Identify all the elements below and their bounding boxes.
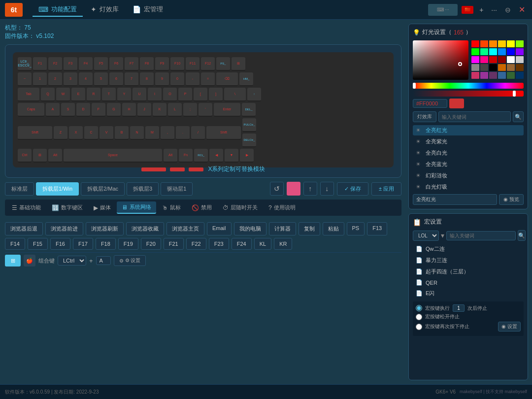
macro-item-start[interactable]: 📄 起手四连（三层）: [413, 266, 524, 277]
system-btn-3[interactable]: 浏览器收藏: [126, 222, 164, 235]
download-btn[interactable]: ↓: [320, 182, 334, 196]
system-btn-21[interactable]: F23: [209, 238, 229, 250]
key-period[interactable]: .: [176, 126, 190, 140]
key-rbracket[interactable]: ]: [209, 88, 223, 101]
key-pd[interactable]: DELCtr_: [242, 133, 256, 147]
key-g[interactable]: G: [107, 103, 121, 117]
key-side-del[interactable]: DEL_: [242, 103, 256, 117]
func-tab-disable[interactable]: 🚫 禁用: [187, 201, 217, 214]
system-btn-24[interactable]: KR: [274, 238, 292, 250]
key-n[interactable]: N: [130, 126, 144, 140]
key-lctrl[interactable]: Ctrl: [18, 149, 32, 163]
system-btn-6[interactable]: 我的电脑: [234, 222, 266, 235]
macro-item-qw[interactable]: 📄 Qw二连: [413, 244, 524, 254]
light-search-btn[interactable]: 🔍: [513, 111, 524, 122]
system-btn-23[interactable]: KL: [254, 238, 271, 250]
color-swatch-10[interactable]: [507, 48, 515, 55]
add-btn[interactable]: +: [477, 5, 485, 15]
key-right[interactable]: ▶: [240, 149, 254, 163]
nav-tab-macro[interactable]: 📄 宏管理: [127, 3, 169, 17]
key-f10[interactable]: F10: [170, 57, 184, 71]
key-s[interactable]: S: [61, 103, 75, 117]
system-btn-14[interactable]: F16: [50, 238, 70, 250]
color-swatch-11[interactable]: [516, 48, 524, 55]
color-swatch-12[interactable]: [471, 56, 479, 63]
color-swatch-9[interactable]: [498, 48, 506, 55]
layer-tab-2[interactable]: 拆载层2/Mac: [81, 182, 125, 196]
key-f1[interactable]: F1: [33, 57, 47, 71]
macro-action-radio-2[interactable]: [416, 314, 422, 320]
key-t[interactable]: T: [102, 88, 116, 101]
system-btn-1[interactable]: 浏览器前进: [45, 222, 83, 235]
mac-btn[interactable]: 🍎: [24, 255, 35, 266]
layer-tab-1[interactable]: 拆载层1/Win: [36, 182, 79, 196]
system-btn-4[interactable]: 浏览器主页: [166, 222, 204, 235]
key-5[interactable]: 5: [94, 72, 108, 86]
color-confirm-btn[interactable]: [449, 99, 464, 108]
func-tab-mouse[interactable]: 🖱 鼠标: [157, 201, 186, 214]
macro-settings-btn[interactable]: ◉ 设置: [498, 322, 521, 332]
func-tab-media[interactable]: ▶ 媒体: [89, 201, 116, 214]
key-1[interactable]: 1: [33, 72, 47, 86]
key-q[interactable]: Q: [41, 88, 55, 101]
key-w[interactable]: W: [56, 88, 70, 101]
key-caps[interactable]: Caps: [18, 103, 44, 117]
system-btn-15[interactable]: F17: [73, 238, 93, 250]
light-effect-rainbow[interactable]: ☀ 幻彩涟妆: [413, 170, 524, 181]
key-f5[interactable]: F5: [94, 57, 108, 71]
system-btn-10[interactable]: PS: [347, 222, 365, 235]
light-effect-full_blue[interactable]: ☀ 全亮蓝光: [413, 159, 524, 169]
alpha-bar[interactable]: [413, 91, 524, 97]
key-ralt[interactable]: Alt: [164, 149, 177, 163]
key-f4[interactable]: F4: [79, 57, 93, 71]
key-rshift[interactable]: Shift: [206, 126, 241, 140]
key-value-input[interactable]: [96, 256, 111, 265]
key-8[interactable]: 8: [140, 72, 154, 86]
key-h[interactable]: H: [122, 103, 136, 117]
key-tilde[interactable]: ~: [18, 72, 32, 86]
system-btn-12[interactable]: F14: [5, 238, 25, 250]
key-f7[interactable]: F7: [125, 57, 138, 71]
key-semicolon[interactable]: ;: [183, 103, 197, 117]
key-l[interactable]: L: [168, 103, 182, 117]
light-search-input[interactable]: [438, 111, 511, 122]
key-f11[interactable]: F11: [186, 57, 200, 71]
key-slash[interactable]: /: [191, 126, 205, 140]
color-swatch-2[interactable]: [489, 40, 497, 47]
color-swatch-1[interactable]: [480, 40, 488, 47]
key-tab[interactable]: Tab: [18, 88, 39, 101]
key-b[interactable]: B: [115, 126, 129, 140]
key-esc[interactable]: LCtr_ESCCtr_: [18, 57, 32, 71]
key-quote[interactable]: ': [199, 103, 212, 117]
color-swatch-17[interactable]: [516, 56, 524, 63]
alpha-thumb[interactable]: [513, 91, 516, 97]
macro-item-flash[interactable]: 📄 E闪: [413, 288, 524, 299]
key-0[interactable]: 0: [170, 72, 184, 86]
kb-layout-btn[interactable]: ⌨ ···: [428, 4, 458, 16]
color-swatch-4[interactable]: [507, 40, 515, 47]
system-btn-22[interactable]: F24: [232, 238, 252, 250]
color-swatch-19[interactable]: [480, 64, 488, 71]
color-gradient[interactable]: [413, 40, 468, 80]
key-o[interactable]: O: [163, 88, 177, 101]
color-dot-btn[interactable]: [287, 182, 300, 196]
system-btn-11[interactable]: F13: [367, 222, 387, 235]
system-btn-16[interactable]: F18: [96, 238, 116, 250]
color-swatch-22[interactable]: [507, 64, 515, 71]
color-swatch-7[interactable]: [480, 48, 488, 55]
key-m[interactable]: M: [145, 126, 159, 140]
system-btn-20[interactable]: F22: [186, 238, 206, 250]
system-btn-0[interactable]: 浏览器后退: [5, 222, 43, 235]
key-f8[interactable]: F8: [140, 57, 154, 71]
key-lshift[interactable]: Shift: [18, 126, 52, 140]
key-f2[interactable]: F2: [48, 57, 62, 71]
key-left[interactable]: ◀: [209, 149, 223, 163]
key-backspace[interactable]: ⌫: [216, 72, 238, 86]
light-effect-full_purple[interactable]: ☀ 全亮紫光: [413, 136, 524, 147]
key-space[interactable]: Space: [64, 149, 162, 163]
system-btn-18[interactable]: F20: [141, 238, 161, 250]
system-btn-5[interactable]: Email: [207, 222, 232, 235]
light-effect-full_white[interactable]: ☀ 全亮白光: [413, 148, 524, 158]
key-j[interactable]: J: [137, 103, 151, 117]
key-ps[interactable]: PS_: [216, 57, 230, 71]
